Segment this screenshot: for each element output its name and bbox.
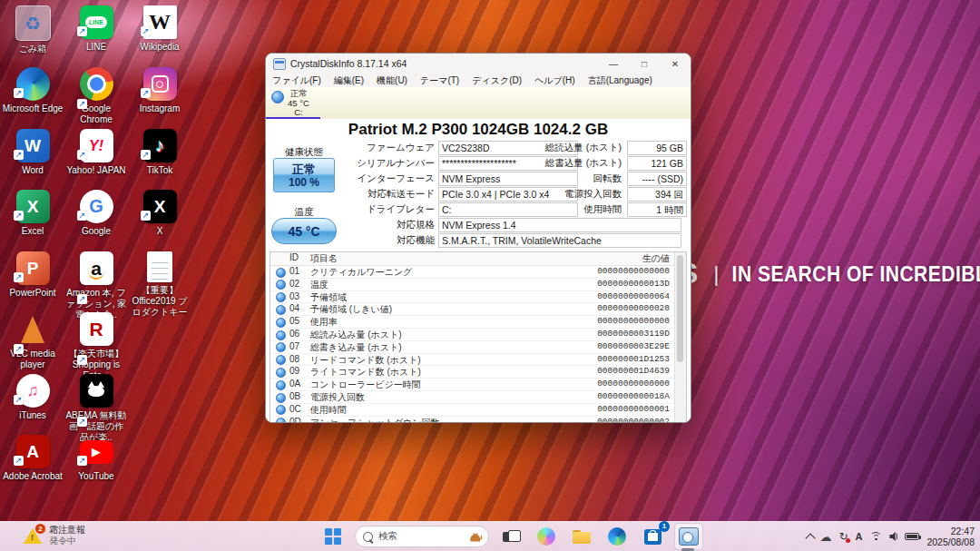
drive-title: Patriot M.2 P300 1024GB 1024.2 GB — [266, 121, 691, 139]
desktop-icon-instagram[interactable]: ↗ Instagram — [128, 67, 191, 114]
weather-widget[interactable]: ! 2 霜注意報 発令中 — [24, 525, 85, 546]
desktop-icon-youtube[interactable]: ▶↗ YouTube — [64, 435, 128, 482]
desktop-icon-tiktok[interactable]: ♪↗ TikTok — [128, 129, 191, 176]
icon-label: PowerPoint — [1, 288, 64, 299]
file-explorer-button[interactable] — [568, 524, 595, 549]
disk-tab-strip: 正常 45 °C C: — [266, 87, 691, 120]
close-button[interactable]: ✕ — [660, 54, 691, 74]
volume-button[interactable] — [889, 532, 897, 542]
field-label: 総読込量 (ホスト) — [542, 142, 622, 154]
status-dot-icon — [276, 368, 286, 378]
icon-label: Microsoft Edge — [1, 103, 64, 114]
desktop-icon-line[interactable]: LINE↗ LINE — [64, 5, 128, 53]
scrollbar-thumb[interactable] — [677, 255, 683, 362]
table-row[interactable]: 03予備領域00000000000064 — [270, 290, 675, 304]
desktop-icon-rakuten[interactable]: R↗ 【楽天市場】Shopping is Ente... — [64, 312, 128, 381]
start-button[interactable] — [319, 524, 347, 549]
shortcut-arrow-icon: ↗ — [77, 211, 87, 221]
field-label: 対応機能 — [349, 234, 435, 247]
slogan-text: IN SEARCH OF INCREDIBLE — [732, 261, 980, 287]
table-row[interactable]: 0C使用時間00000000000001 — [270, 403, 675, 417]
clock[interactable]: 22:47 2025/08/08 — [926, 526, 975, 548]
table-row[interactable]: 0Aコントローラービジー時間00000000000000 — [270, 378, 675, 391]
tray-date: 2025/08/08 — [926, 536, 975, 548]
desktop-icon-word[interactable]: W↗ Word — [1, 129, 64, 176]
field-power-on-count: 電源投入回数 394 回 — [627, 187, 691, 202]
disk-tab-c[interactable]: 正常 45 °C C: — [271, 89, 309, 118]
folder-icon — [573, 530, 591, 544]
desktop-icon-google[interactable]: G↗ Google — [64, 190, 128, 237]
table-row[interactable]: 04予備領域 (しきい値)00000000000020 — [270, 302, 675, 316]
menu-file[interactable]: ファイル(F) — [266, 74, 328, 87]
menu-help[interactable]: ヘルプ(H) — [528, 74, 582, 87]
status-dot-icon — [276, 280, 286, 290]
desktop-icon-recycle-bin[interactable]: ♻ ごみ箱 — [1, 5, 64, 54]
field-total-writes: 総書込量 (ホスト) 121 GB — [627, 156, 691, 171]
desktop-icon-amazon[interactable]: a↗ Amazon 本, ファッション, 家電から食.. — [64, 251, 128, 320]
shortcut-arrow-icon: ↗ — [141, 150, 151, 160]
desktop-icon-edge[interactable]: ↗ Microsoft Edge — [1, 67, 64, 114]
health-status: 正常 — [292, 162, 316, 176]
status-dot-icon — [276, 305, 286, 315]
wifi-icon[interactable] — [869, 532, 882, 542]
shortcut-arrow-icon: ↗ — [141, 88, 151, 98]
table-scrollbar[interactable] — [674, 252, 686, 422]
icon-label: Wikipedia — [128, 42, 191, 53]
menu-disk[interactable]: ディスク(D) — [466, 74, 528, 87]
temperature-button[interactable]: 45 °C — [271, 218, 337, 244]
desktop-icon-yahoo-japan[interactable]: Y!↗ Yahoo! JAPAN — [64, 129, 128, 176]
menu-theme[interactable]: テーマ(T) — [414, 74, 466, 87]
ime-indicator[interactable]: A — [855, 531, 862, 542]
icon-label: Google Chrome — [64, 103, 128, 125]
table-row[interactable]: 0B電源投入回数0000000000018A — [270, 390, 675, 404]
desktop-icon-abema[interactable]: ↗ ABEMA 無料動画・話題の作品が楽.. — [64, 374, 128, 443]
rakuten-icon: R — [80, 312, 113, 346]
update-sync-icon[interactable]: ↻ — [838, 530, 848, 543]
field-standard: 対応規格 NVM Express 1.4 — [349, 218, 685, 232]
table-row[interactable]: 01クリティカルワーニング00000000000000 — [270, 265, 675, 279]
desktop-icon-office-key[interactable]: 【重要】Office2019 プロダクトキー — [128, 251, 191, 318]
tab-status: 正常 — [288, 89, 309, 99]
desktop-icon-wikipedia[interactable]: W↗ Wikipedia — [128, 5, 191, 53]
icon-label: TikTok — [128, 165, 191, 176]
icon-label: ごみ箱 — [1, 44, 64, 54]
asus-slogan: S | IN SEARCH OF INCREDIBLE — [679, 257, 980, 290]
search-box[interactable]: 検索 — [355, 526, 489, 547]
menu-function[interactable]: 機能(U) — [370, 74, 414, 87]
shortcut-arrow-icon: ↗ — [77, 417, 87, 427]
store-button[interactable]: 1 — [639, 524, 666, 549]
menu-edit[interactable]: 編集(E) — [328, 74, 370, 87]
desktop-icon-acrobat[interactable]: A↗ Adobe Acrobat — [1, 435, 64, 482]
battery-icon[interactable] — [905, 533, 919, 540]
window-content: Patriot M.2 P300 1024GB 1024.2 GB 健康状態 正… — [266, 119, 691, 422]
field-label: ドライブレター — [349, 203, 435, 216]
desktop-icon-vlc[interactable]: ↗ VLC media player — [1, 312, 64, 370]
task-view-button[interactable] — [497, 524, 524, 549]
maximize-button[interactable]: □ — [629, 54, 660, 74]
desktop-icon-chrome[interactable]: ↗ Google Chrome — [64, 67, 128, 125]
table-row[interactable]: 0Dアンセーフシャットダウン回数00000000000002 — [270, 416, 675, 423]
desktop-icon-x[interactable]: X↗ X — [128, 190, 191, 237]
shortcut-arrow-icon: ↗ — [77, 294, 87, 304]
title-bar[interactable]: CrystalDiskInfo 8.17.14 x64 — □ ✕ — [266, 54, 691, 74]
shortcut-arrow-icon: ↗ — [77, 355, 87, 365]
desktop-icon-powerpoint[interactable]: P↗ PowerPoint — [1, 251, 64, 299]
widget-alert-status: 発令中 — [49, 536, 85, 546]
health-status-button[interactable]: 正常 100 % — [273, 158, 335, 192]
table-row[interactable]: 09ライトコマンド数 (ホスト)000000001D4639 — [270, 365, 675, 379]
menu-language[interactable]: 言語(Language) — [582, 74, 659, 87]
crystaldiskinfo-taskbar-button[interactable] — [674, 523, 703, 550]
table-row[interactable]: 02温度0000000000013D — [270, 278, 675, 291]
copilot-button[interactable] — [533, 524, 560, 549]
desktop-icon-itunes[interactable]: ♫↗ iTunes — [1, 374, 64, 421]
table-row[interactable]: 06総読み込み量 (ホスト)0000000003119D — [270, 328, 675, 341]
field-label: シリアルナンバー — [349, 157, 435, 170]
table-row[interactable]: 05使用率00000000000000 — [270, 315, 675, 329]
minimize-button[interactable]: — — [598, 54, 629, 74]
table-row[interactable]: 07総書き込み量 (ホスト)0000000003E29E — [270, 340, 675, 354]
hidden-icons-chevron-icon[interactable] — [806, 533, 816, 543]
edge-taskbar-button[interactable] — [603, 524, 631, 549]
onedrive-cloud-icon[interactable]: ☁ — [819, 530, 831, 544]
desktop-icon-excel[interactable]: X↗ Excel — [1, 190, 64, 237]
table-row[interactable]: 08リードコマンド数 (ホスト)000000001D1253 — [270, 353, 675, 367]
